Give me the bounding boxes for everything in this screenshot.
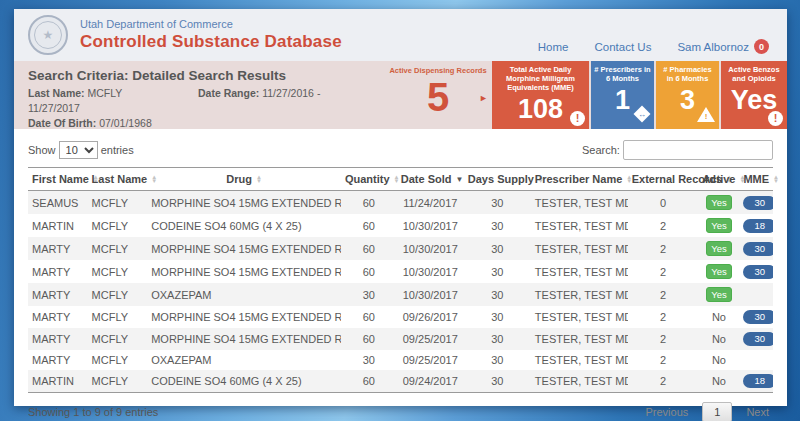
- table-row[interactable]: MARTY MCFLY MORPHINE SO4 15MG EXTENDED R…: [28, 260, 773, 283]
- previous-page-button[interactable]: Previous: [645, 406, 688, 418]
- cell-last-name: MCFLY: [88, 260, 148, 283]
- cell-active: Yes: [698, 260, 739, 283]
- column-header-first-name[interactable]: First Name▲▼: [28, 168, 88, 191]
- stats-cards: Active Dispensing Records 5 ► Total Acti…: [386, 61, 787, 129]
- cell-prescriber-name: TESTER, TEST MD: [531, 283, 628, 306]
- cell-first-name: MARTY: [28, 283, 88, 306]
- cell-prescriber-name: TESTER, TEST MD: [531, 214, 628, 237]
- column-header-last-name[interactable]: Last Name▲▼: [88, 168, 148, 191]
- cell-date-sold: 09/26/2017: [397, 306, 464, 328]
- cell-mme: 30: [739, 328, 773, 350]
- sort-icon: ▲▼: [256, 175, 262, 183]
- column-header-date-sold[interactable]: Date Sold▼: [397, 168, 464, 191]
- next-page-button[interactable]: Next: [746, 406, 769, 418]
- table-row[interactable]: MARTY MCFLY MORPHINE SO4 15MG EXTENDED R…: [28, 328, 773, 350]
- sort-icon: ▲▼: [773, 175, 779, 183]
- column-header-quantity[interactable]: Quantity▲▼: [341, 168, 397, 191]
- cell-quantity: 60: [341, 214, 397, 237]
- cell-first-name: MARTY: [28, 260, 88, 283]
- page-size-select[interactable]: 10: [59, 141, 98, 159]
- cell-first-name: MARTY: [28, 237, 88, 260]
- cell-quantity: 60: [341, 306, 397, 328]
- table-footer: Showing 1 to 9 of 9 entries Previous 1 N…: [28, 402, 773, 421]
- nav-contact-link[interactable]: Contact Us: [595, 41, 652, 53]
- stat-card-benzos-opioids: Active Benzos and Opioids Yes !: [721, 61, 787, 129]
- cell-first-name: MARTY: [28, 306, 88, 328]
- search-label: Search:: [582, 144, 620, 156]
- cell-external-records: 2: [628, 237, 699, 260]
- cell-drug: MORPHINE SO4 15MG EXTENDED RELEASE: [147, 328, 341, 350]
- table-row[interactable]: MARTIN MCFLY CODEINE SO4 60MG (4 X 25) 6…: [28, 214, 773, 237]
- sort-descending-icon: ▼: [456, 175, 464, 184]
- table-search-control: Search:: [582, 140, 773, 160]
- stat-dispensing-value: 5: [386, 75, 490, 119]
- column-header-drug[interactable]: Drug▲▼: [147, 168, 341, 191]
- cell-quantity: 30: [341, 350, 397, 370]
- utah-state-seal-logo: [28, 15, 68, 55]
- active-yes-badge: Yes: [706, 195, 732, 210]
- table-row[interactable]: MARTIN MCFLY CODEINE SO4 60MG (4 X 25) 6…: [28, 370, 773, 393]
- warning-triangle-icon: !: [697, 107, 715, 126]
- table-controls: Show 10 entries Search:: [28, 140, 773, 160]
- cell-days-supply: 30: [464, 370, 531, 393]
- criteria-title: Search Criteria: Detailed Search Results: [28, 68, 372, 83]
- active-yes-badge: Yes: [706, 287, 732, 302]
- column-header-prescriber-name[interactable]: Prescriber Name▲▼: [531, 168, 628, 191]
- page-number-button[interactable]: 1: [702, 402, 732, 421]
- cell-last-name: MCFLY: [88, 328, 148, 350]
- cell-drug: OXAZEPAM: [147, 350, 341, 370]
- search-criteria-panel: Search Criteria: Detailed Search Results…: [14, 61, 386, 129]
- top-nav: Home Contact Us Sam Albornoz 0: [538, 39, 769, 54]
- cell-prescriber-name: TESTER, TEST MD: [531, 370, 628, 393]
- column-header-external-records[interactable]: External Records▲▼: [628, 168, 699, 191]
- active-yes-badge: Yes: [706, 241, 732, 256]
- cell-active: No: [698, 306, 739, 328]
- cell-last-name: MCFLY: [88, 283, 148, 306]
- table-row[interactable]: MARTY MCFLY MORPHINE SO4 15MG EXTENDED R…: [28, 306, 773, 328]
- cell-active: Yes: [698, 237, 739, 260]
- cell-days-supply: 30: [464, 350, 531, 370]
- cell-external-records: 0: [628, 191, 699, 215]
- table-row[interactable]: SEAMUS MCFLY MORPHINE SO4 15MG EXTENDED …: [28, 191, 773, 215]
- mme-value-badge: 30: [743, 310, 773, 324]
- column-header-mme[interactable]: MME▲▼: [739, 168, 773, 191]
- nav-home-link[interactable]: Home: [538, 41, 569, 53]
- entries-summary: Showing 1 to 9 of 9 entries: [28, 406, 158, 418]
- table-row[interactable]: MARTY MCFLY OXAZEPAM 30 09/25/2017 30 TE…: [28, 350, 773, 370]
- cell-quantity: 60: [341, 191, 397, 215]
- cell-prescriber-name: TESTER, TEST MD: [531, 260, 628, 283]
- cell-date-sold: 10/30/2017: [397, 237, 464, 260]
- stat-mme-label: Total Active Daily Morphine Milligram Eq…: [495, 65, 586, 92]
- results-area: Show 10 entries Search: First Name▲▼ Las…: [14, 129, 787, 421]
- cell-first-name: MARTIN: [28, 370, 88, 393]
- column-header-active[interactable]: Active▲▼: [698, 168, 739, 191]
- cell-first-name: SEAMUS: [28, 191, 88, 215]
- cell-external-records: 2: [628, 328, 699, 350]
- search-input[interactable]: [623, 140, 773, 160]
- stat-prescribers-label: # Prescribers in 6 Months: [594, 65, 651, 83]
- cell-last-name: MCFLY: [88, 191, 148, 215]
- stat-benzos-label: Active Benzos and Opioids: [724, 65, 784, 83]
- notification-badge[interactable]: 0: [754, 39, 769, 54]
- mme-value-badge: 30: [743, 265, 773, 279]
- cell-date-sold: 10/30/2017: [397, 260, 464, 283]
- table-row[interactable]: MARTY MCFLY OXAZEPAM 30 10/30/2017 30 TE…: [28, 283, 773, 306]
- cell-last-name: MCFLY: [88, 370, 148, 393]
- app-window: Utah Department of Commerce Controlled S…: [14, 9, 787, 406]
- table-row[interactable]: MARTY MCFLY MORPHINE SO4 15MG EXTENDED R…: [28, 237, 773, 260]
- user-name-link[interactable]: Sam Albornoz: [677, 41, 749, 53]
- column-header-days-supply[interactable]: Days Supply▲▼: [464, 168, 531, 191]
- user-menu[interactable]: Sam Albornoz 0: [677, 39, 769, 54]
- active-yes-badge: Yes: [706, 264, 732, 279]
- cell-quantity: 60: [341, 370, 397, 393]
- page-size-control: Show 10 entries: [28, 141, 134, 159]
- mme-value-badge: 30: [743, 196, 773, 210]
- cell-active: Yes: [698, 191, 739, 215]
- cell-first-name: MARTY: [28, 328, 88, 350]
- cell-drug: OXAZEPAM: [147, 283, 341, 306]
- cell-drug: MORPHINE SO4 15MG EXTENDED RELEASE: [147, 191, 341, 215]
- cell-active: Yes: [698, 283, 739, 306]
- mme-value-badge: 30: [743, 332, 773, 346]
- agency-name: Utah Department of Commerce: [80, 18, 342, 30]
- cell-date-sold: 09/24/2017: [397, 370, 464, 393]
